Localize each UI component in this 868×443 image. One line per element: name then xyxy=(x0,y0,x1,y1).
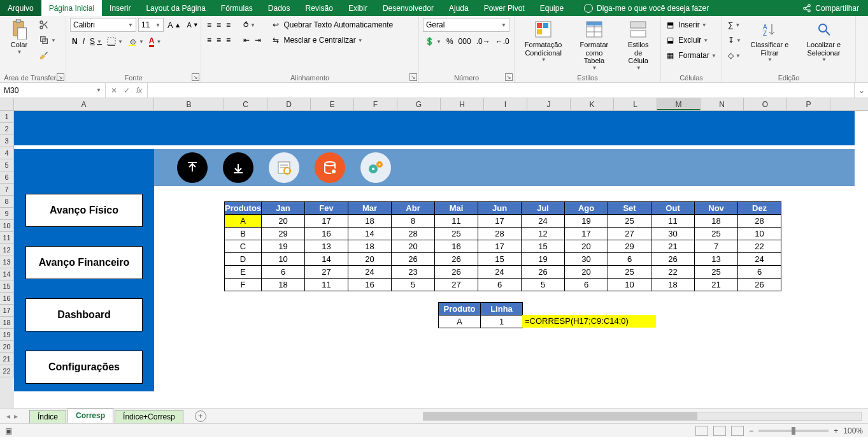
row-header-8[interactable]: 8 xyxy=(0,196,14,208)
table-cell[interactable]: 19 xyxy=(522,253,565,266)
col-header-D[interactable]: D xyxy=(267,98,311,110)
table-cell[interactable]: 16 xyxy=(435,240,478,253)
row-header-17[interactable]: 17 xyxy=(0,305,14,317)
align-right-button[interactable]: ≡ xyxy=(224,33,232,47)
wrap-text-button[interactable]: ↩ Quebrar Texto Automaticamente xyxy=(271,18,395,32)
table-cell[interactable]: 18 xyxy=(348,240,392,253)
cells-canvas[interactable]: ProdutosJanFevMarAbrMaiJunJulAgoSetOutNo… xyxy=(14,111,855,408)
table-cell[interactable]: E xyxy=(225,266,262,279)
tab-developer[interactable]: Desenvolvedor xyxy=(375,0,441,16)
table-cell[interactable]: 27 xyxy=(435,279,478,291)
italic-button[interactable]: I xyxy=(81,34,87,48)
col-header-K[interactable]: K xyxy=(571,98,614,110)
table-cell[interactable]: 15 xyxy=(478,253,522,266)
table-cell[interactable]: 17 xyxy=(565,228,608,240)
zoom-out-button[interactable]: − xyxy=(749,426,753,435)
download-icon[interactable] xyxy=(223,152,253,183)
report-icon[interactable] xyxy=(269,152,299,183)
table-cell[interactable]: 26 xyxy=(392,253,435,266)
page-break-view-button[interactable] xyxy=(731,426,744,436)
cancel-formula-icon[interactable]: ✕ xyxy=(111,86,117,95)
table-cell[interactable]: 16 xyxy=(348,279,392,291)
table-cell[interactable]: 25 xyxy=(608,215,651,228)
normal-view-button[interactable] xyxy=(695,426,708,436)
percent-button[interactable]: % xyxy=(445,34,455,48)
sheet-tab-Índice[interactable]: Índice xyxy=(29,410,66,423)
horizontal-scrollbar[interactable] xyxy=(423,412,862,421)
enter-formula-icon[interactable]: ✓ xyxy=(124,86,130,95)
table-cell[interactable]: 23 xyxy=(392,266,435,279)
table-cell[interactable]: 16 xyxy=(305,228,348,240)
align-top-button[interactable]: ≡ xyxy=(205,18,213,32)
row-header-7[interactable]: 7 xyxy=(0,184,14,196)
table-cell[interactable]: A xyxy=(225,215,262,228)
table-cell[interactable]: 14 xyxy=(348,228,392,240)
table-cell[interactable]: 24 xyxy=(738,253,781,266)
tab-help[interactable]: Ajuda xyxy=(441,0,476,16)
table-cell[interactable]: 10 xyxy=(608,279,651,291)
database-icon[interactable] xyxy=(315,152,345,183)
cut-button[interactable] xyxy=(37,18,58,32)
font-color-button[interactable]: A▼ xyxy=(147,34,164,48)
table-cell[interactable]: 27 xyxy=(305,266,348,279)
increase-decimal-button[interactable]: .0→ xyxy=(474,34,492,48)
fill-color-button[interactable]: ▼ xyxy=(126,34,146,48)
sidebar-button-2[interactable]: Dashboard xyxy=(25,298,143,331)
table-cell[interactable]: 20 xyxy=(565,240,608,253)
cell-styles-button[interactable]: Estilos de Célula▼ xyxy=(620,18,657,72)
tab-view[interactable]: Exibir xyxy=(341,0,375,16)
table-cell[interactable]: 17 xyxy=(478,215,522,228)
col-header-O[interactable]: O xyxy=(744,98,787,110)
table-cell[interactable]: 26 xyxy=(651,253,695,266)
border-button[interactable]: ▼ xyxy=(105,34,125,48)
table-cell[interactable]: 28 xyxy=(478,228,522,240)
table-cell[interactable]: 20 xyxy=(348,253,392,266)
col-header-E[interactable]: E xyxy=(311,98,354,110)
tab-review[interactable]: Revisão xyxy=(298,0,341,16)
sheet-tab-Corresp[interactable]: Corresp xyxy=(68,409,113,423)
zoom-in-button[interactable]: + xyxy=(834,426,838,435)
delete-cells-button[interactable]: ⬓ Excluir▼ xyxy=(665,33,718,47)
table-cell[interactable]: 25 xyxy=(695,266,738,279)
number-format-select[interactable]: Geral▼ xyxy=(423,18,509,32)
sort-filter-button[interactable]: AZClassificar e Filtrar▼ xyxy=(746,18,793,64)
align-center-button[interactable]: ≡ xyxy=(215,33,223,47)
table-cell[interactable]: 20 xyxy=(565,266,608,279)
row-header-10[interactable]: 10 xyxy=(0,220,14,232)
table-cell[interactable]: 22 xyxy=(738,240,781,253)
table-cell[interactable]: C xyxy=(225,240,262,253)
select-all-corner[interactable] xyxy=(0,98,14,110)
row-header-4[interactable]: 4 xyxy=(0,147,14,159)
conditional-formatting-button[interactable]: Formatação Condicional▼ xyxy=(518,18,568,64)
table-cell[interactable]: 20 xyxy=(392,240,435,253)
find-select-button[interactable]: Localizar e Selecionar▼ xyxy=(796,18,851,64)
number-launcher[interactable]: ↘ xyxy=(505,73,513,81)
table-cell[interactable]: 21 xyxy=(695,279,738,291)
orientation-button[interactable]: ⥀▼ xyxy=(241,18,257,32)
table-cell[interactable]: 10 xyxy=(738,228,781,240)
col-header-N[interactable]: N xyxy=(701,98,744,110)
table-cell[interactable]: 18 xyxy=(262,279,305,291)
tab-insert[interactable]: Inserir xyxy=(102,0,138,16)
table-cell[interactable]: 24 xyxy=(478,266,522,279)
tab-nav[interactable]: ◂▸ xyxy=(0,412,24,421)
col-header-G[interactable]: G xyxy=(397,98,441,110)
increase-indent-button[interactable]: ⇥ xyxy=(253,33,263,47)
table-cell[interactable]: F xyxy=(225,279,262,291)
format-painter-button[interactable] xyxy=(37,48,58,62)
table-cell[interactable]: 12 xyxy=(522,228,565,240)
col-header-M[interactable]: M xyxy=(657,98,701,110)
table-cell[interactable]: 27 xyxy=(608,228,651,240)
zoom-level[interactable]: 100% xyxy=(843,426,863,435)
row-header-12[interactable]: 12 xyxy=(0,244,14,256)
table-cell[interactable]: 13 xyxy=(305,240,348,253)
table-cell[interactable]: 17 xyxy=(305,215,348,228)
alignment-launcher[interactable]: ↘ xyxy=(409,73,417,81)
align-left-button[interactable]: ≡ xyxy=(205,33,213,47)
table-cell[interactable]: 7 xyxy=(695,240,738,253)
col-header-H[interactable]: H xyxy=(441,98,484,110)
settings-gears-icon[interactable] xyxy=(360,152,391,183)
sidebar-button-3[interactable]: Configurações xyxy=(25,351,143,384)
col-header-P[interactable]: P xyxy=(787,98,830,110)
underline-button[interactable]: S▼ xyxy=(88,34,104,48)
